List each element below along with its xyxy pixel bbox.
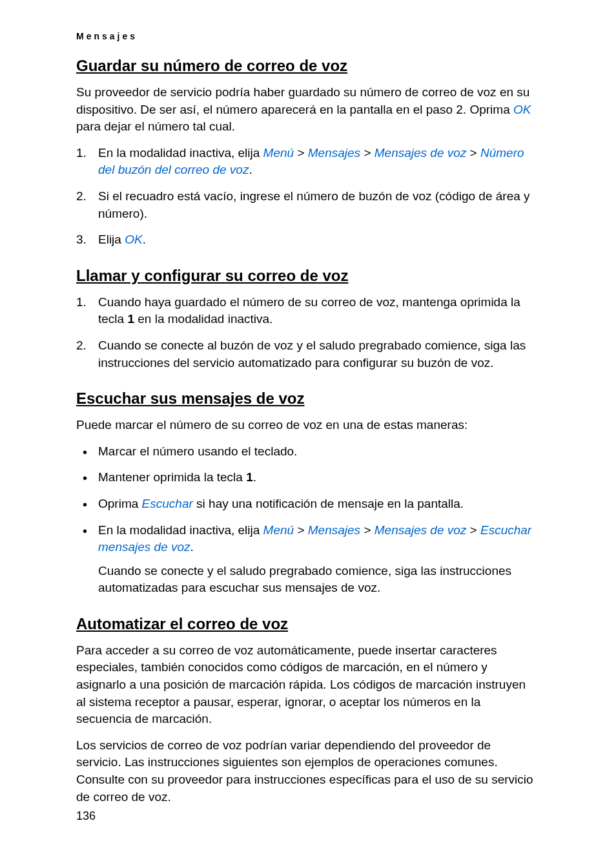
paragraph: Puede marcar el número de su correo de v… — [76, 417, 539, 434]
list-number: 1. — [76, 294, 87, 311]
heading-escuchar: Escuchar sus mensajes de voz — [76, 390, 539, 408]
list-item: 2. Si el recuadro está vacío, ingrese el… — [76, 188, 539, 222]
section-escuchar: Escuchar sus mensajes de voz Puede marca… — [76, 390, 539, 597]
ordered-list: 1. En la modalidad inactiva, elija Menú … — [76, 145, 539, 249]
section-automatizar: Automatizar el correo de voz Para accede… — [76, 615, 539, 806]
text: > — [360, 523, 375, 537]
text: . — [190, 540, 194, 554]
text: > — [360, 146, 375, 160]
key-1: 1 — [127, 312, 134, 326]
text: . — [143, 233, 146, 246]
list-number: 3. — [76, 231, 87, 249]
list-item: 2. Cuando se conecte al buzón de voz y e… — [76, 337, 539, 371]
text: . — [249, 163, 252, 176]
text: Mantener oprimida la tecla — [98, 470, 246, 484]
text: para dejar el número tal cual. — [76, 120, 235, 133]
paragraph: Los servicios de correo de voz podrían v… — [76, 737, 539, 806]
text: > — [294, 146, 308, 160]
link-ok: OK — [125, 233, 142, 246]
heading-llamar: Llamar y configurar su correo de voz — [76, 267, 539, 285]
list-item: 1. Cuando haya guardado el número de su … — [76, 294, 539, 328]
link-mensajes-voz: Mensajes de voz — [375, 146, 467, 160]
list-number: 2. — [76, 188, 87, 205]
link-ok: OK — [513, 103, 531, 116]
list-item: Oprima Escuchar si hay una notificación … — [76, 495, 539, 513]
list-number: 2. — [76, 337, 87, 355]
list-item: En la modalidad inactiva, elija Menú > M… — [76, 522, 539, 597]
list-item: 3. Elija OK. — [76, 231, 539, 249]
heading-automatizar: Automatizar el correo de voz — [76, 615, 539, 633]
text: En la modalidad inactiva, elija — [98, 523, 263, 537]
text: > — [466, 146, 480, 160]
section-header: Mensajes — [76, 31, 539, 41]
text: si hay una notificación de mensaje en la… — [193, 497, 464, 510]
text: > — [466, 523, 480, 537]
text: en la modalidad inactiva. — [134, 312, 272, 326]
link-mensajes: Mensajes — [308, 523, 360, 537]
text: Elija — [98, 233, 125, 246]
sub-paragraph: Cuando se conecte y el saludo pregrabado… — [98, 563, 539, 597]
text: Oprima — [98, 497, 142, 510]
text: Si el recuadro está vacío, ingrese el nú… — [98, 189, 530, 220]
text: > — [294, 523, 308, 537]
ordered-list: 1. Cuando haya guardado el número de su … — [76, 294, 539, 371]
list-item: 1. En la modalidad inactiva, elija Menú … — [76, 145, 539, 179]
unordered-list: Marcar el número usando el teclado. Mant… — [76, 443, 539, 597]
heading-guardar: Guardar su número de correo de voz — [76, 57, 539, 75]
list-number: 1. — [76, 145, 87, 162]
paragraph: Su proveedor de servicio podría haber gu… — [76, 84, 539, 136]
link-menu: Menú — [263, 146, 294, 160]
paragraph: Para acceder a su correo de voz automáti… — [76, 642, 539, 728]
link-mensajes: Mensajes — [308, 146, 360, 160]
text: En la modalidad inactiva, elija — [98, 146, 263, 160]
page-number: 136 — [76, 809, 96, 823]
text: . — [253, 470, 256, 484]
list-item: Marcar el número usando el teclado. — [76, 443, 539, 461]
text: Marcar el número usando el teclado. — [98, 444, 297, 458]
list-item: Mantener oprimida la tecla 1. — [76, 469, 539, 486]
section-llamar: Llamar y configurar su correo de voz 1. … — [76, 267, 539, 371]
text: Su proveedor de servicio podría haber gu… — [76, 85, 529, 116]
key-1: 1 — [246, 470, 253, 484]
section-guardar: Guardar su número de correo de voz Su pr… — [76, 57, 539, 249]
link-menu: Menú — [263, 523, 294, 537]
text: Cuando se conecte al buzón de voz y el s… — [98, 338, 526, 370]
link-escuchar: Escuchar — [142, 497, 193, 510]
link-mensajes-voz: Mensajes de voz — [375, 523, 467, 537]
